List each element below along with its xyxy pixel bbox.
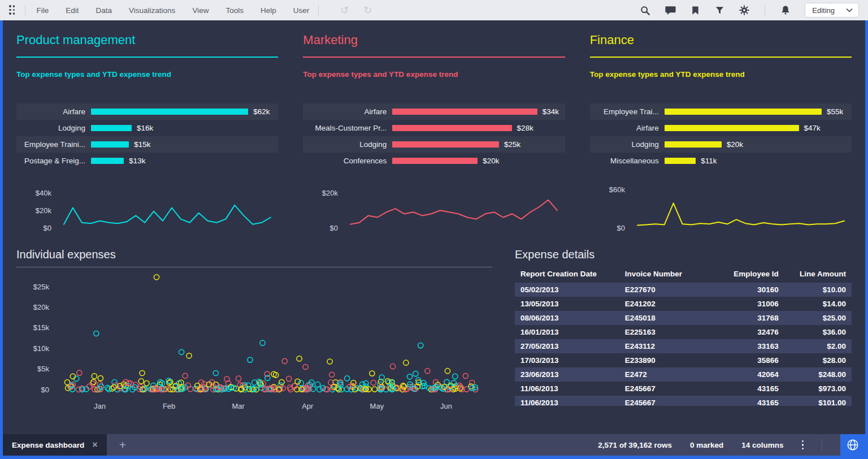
scatter-point[interactable] xyxy=(315,382,320,387)
bar[interactable] xyxy=(392,125,511,131)
search-icon[interactable] xyxy=(639,5,651,16)
bar[interactable] xyxy=(91,109,248,115)
scatter-point[interactable] xyxy=(463,373,468,378)
bar-row[interactable]: Employee Trai...$55k xyxy=(590,103,852,120)
comments-icon[interactable] xyxy=(665,5,676,16)
scatter-point[interactable] xyxy=(370,371,375,376)
page-tab-expense-dashboard[interactable]: Expense dashboard × xyxy=(3,434,107,456)
bar[interactable] xyxy=(91,125,132,131)
expense-table[interactable]: Report Creation DateInvoice NumberEmploy… xyxy=(515,267,852,406)
settings-icon[interactable] xyxy=(739,5,750,16)
grip-icon[interactable] xyxy=(9,5,16,15)
scatter-point[interactable] xyxy=(445,369,450,374)
scatter-point[interactable] xyxy=(138,379,144,384)
scatter-point[interactable] xyxy=(470,380,475,386)
close-tab-icon[interactable]: × xyxy=(92,440,97,450)
scatter-point[interactable] xyxy=(329,372,335,377)
bar-row[interactable]: Airfare$34k xyxy=(303,103,565,120)
menu-user[interactable]: User xyxy=(293,6,310,15)
scatter-point[interactable] xyxy=(403,360,409,365)
editing-dropdown[interactable]: Editing xyxy=(805,3,859,18)
table-row[interactable]: 16/01/2013E22516332476$36.00 xyxy=(515,325,852,339)
bar-row[interactable]: Postage & Freig...$13k xyxy=(16,153,278,169)
bar[interactable] xyxy=(392,141,499,148)
scatter-point[interactable] xyxy=(345,376,350,381)
redo-icon[interactable]: ↻ xyxy=(363,4,372,16)
column-header-employee-id[interactable]: Employee Id xyxy=(714,267,784,283)
bar-row[interactable]: Airfare$62k xyxy=(16,103,278,120)
bar-row[interactable]: Miscellaneous$11k xyxy=(590,153,852,169)
menu-file[interactable]: File xyxy=(37,6,49,15)
menu-visualizations[interactable]: Visualizations xyxy=(129,6,175,15)
table-row[interactable]: 11/06/2013E24566743165$101.00 xyxy=(515,396,852,406)
scatter-point[interactable] xyxy=(287,385,292,390)
table-menu-icon[interactable] xyxy=(802,440,804,450)
scatter-point[interactable] xyxy=(282,358,287,363)
column-header-invoice-number[interactable]: Invoice Number xyxy=(619,267,714,283)
bar-row[interactable]: Conferences$20k xyxy=(303,153,565,169)
scatter-point[interactable] xyxy=(98,376,103,381)
add-page-button[interactable]: + xyxy=(119,438,126,452)
table-row[interactable]: 13/05/2013E24120231006$14.00 xyxy=(515,297,852,311)
notifications-icon[interactable] xyxy=(780,5,791,16)
table-row[interactable]: 27/05/2013E24311233163$2.00 xyxy=(515,339,852,353)
scatter-point[interactable] xyxy=(407,374,412,379)
scatter-point[interactable] xyxy=(425,369,430,374)
bar-row[interactable]: Employee Traini...$15k xyxy=(16,136,278,153)
globe-box[interactable] xyxy=(840,434,865,456)
scatter-point[interactable] xyxy=(248,357,253,362)
column-header-line-amount[interactable]: Line Amount xyxy=(784,267,852,283)
line-chart[interactable]: $20k$0 xyxy=(303,180,563,235)
scatter-point[interactable] xyxy=(76,387,81,392)
bar[interactable] xyxy=(392,109,537,115)
menu-edit[interactable]: Edit xyxy=(66,6,79,15)
bar[interactable] xyxy=(392,158,478,164)
scatter-point[interactable] xyxy=(371,380,376,385)
scatter-point[interactable] xyxy=(213,370,218,375)
table-row[interactable]: 11/06/2013E24566743165$973.00 xyxy=(515,382,852,396)
table-row[interactable]: 17/03/2013E23389035866$28.00 xyxy=(515,353,852,367)
bar-row[interactable]: Airfare$47k xyxy=(590,120,852,136)
undo-icon[interactable]: ↺ xyxy=(340,4,349,16)
scatter-point[interactable] xyxy=(92,374,97,379)
scatter-point[interactable] xyxy=(457,383,462,388)
scatter-point[interactable] xyxy=(91,379,96,384)
scatter-point[interactable] xyxy=(140,370,145,375)
bar-row[interactable]: Lodging$20k xyxy=(590,136,852,153)
scatter-point[interactable] xyxy=(260,340,265,345)
table-row[interactable]: 08/06/2013E24501831768$25.00 xyxy=(515,311,852,325)
menu-data[interactable]: Data xyxy=(96,6,112,15)
filter-icon[interactable] xyxy=(714,5,725,16)
scatter-point[interactable] xyxy=(112,380,117,385)
scatter-point[interactable] xyxy=(303,364,308,369)
bar[interactable] xyxy=(665,141,722,148)
scatter-point[interactable] xyxy=(279,379,284,384)
menu-view[interactable]: View xyxy=(192,6,209,15)
scatter-point[interactable] xyxy=(287,376,292,382)
scatter-point[interactable] xyxy=(77,370,82,375)
bar[interactable] xyxy=(91,141,129,148)
scatter-point[interactable] xyxy=(418,343,423,348)
column-header-report-creation-date[interactable]: Report Creation Date xyxy=(515,267,619,283)
scatter-plot[interactable]: $25k$20k$15k$10k$5k$0JanFebMarAprMayJun xyxy=(16,270,492,423)
scatter-point[interactable] xyxy=(297,356,302,361)
scatter-point[interactable] xyxy=(183,373,188,378)
scatter-point[interactable] xyxy=(317,387,322,392)
scatter-point[interactable] xyxy=(327,359,332,364)
bookmarks-icon[interactable] xyxy=(690,5,701,16)
scatter-point[interactable] xyxy=(372,387,377,392)
line-chart[interactable]: $60k$0 xyxy=(590,180,850,235)
scatter-point[interactable] xyxy=(236,376,241,381)
bar[interactable] xyxy=(665,109,822,115)
menu-tools[interactable]: Tools xyxy=(225,6,244,15)
menu-help[interactable]: Help xyxy=(261,6,276,15)
scatter-point[interactable] xyxy=(154,275,159,280)
scatter-point[interactable] xyxy=(179,349,184,354)
line-chart[interactable]: $40k$20k$0 xyxy=(16,180,276,235)
scatter-point[interactable] xyxy=(94,331,99,336)
scatter-point[interactable] xyxy=(186,353,192,358)
bar-row[interactable]: Meals-Customer Pr...$28k xyxy=(303,120,565,136)
bar[interactable] xyxy=(91,158,124,164)
scatter-point[interactable] xyxy=(390,364,396,369)
bar[interactable] xyxy=(665,125,799,131)
